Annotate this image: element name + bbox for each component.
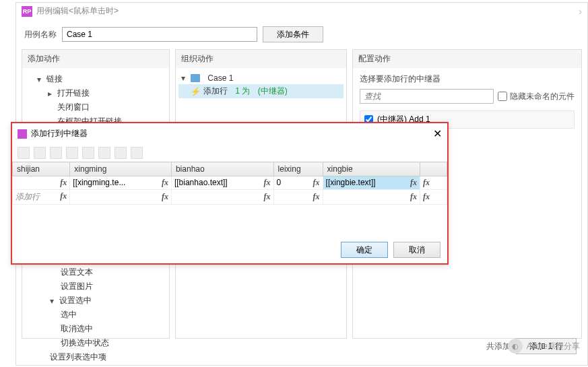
tool-8[interactable] [131, 147, 143, 159]
action-node-add-row[interactable]: ⚡ 添加行 1 为 (中继器) [178, 84, 344, 98]
col-xingming[interactable]: xingming [70, 162, 172, 176]
add-row-placeholder[interactable]: 添加行 fx fx fx fx fx fx [13, 190, 447, 205]
col-leixing[interactable]: leixing [273, 162, 323, 176]
tool-1[interactable] [18, 147, 30, 159]
organize-actions-body: ▾ Case 1 ⚡ 添加行 1 为 (中继器) [176, 68, 346, 102]
case-node[interactable]: ▾ Case 1 [178, 72, 344, 84]
dialog-title-bar: RP 用例编辑<鼠标单击时> › [16, 3, 587, 20]
grid-header-row: shijian xingming bianhao leixing xingbie [13, 162, 447, 176]
case-icon [191, 74, 200, 82]
footer-row: 共添加 添加 1 行 [16, 333, 582, 360]
col-bianhao[interactable]: bianhao [171, 162, 273, 176]
tree-node-set-image[interactable]: 设置图片 [38, 279, 172, 294]
fx-icon[interactable]: fx [162, 178, 168, 188]
data-grid[interactable]: shijian xingming bianhao leixing xingbie… [12, 162, 447, 205]
watermark-text: Axure原型分享 [527, 341, 580, 352]
tool-7[interactable] [115, 147, 127, 159]
chevron-right-icon[interactable]: › [579, 6, 582, 17]
add-row-dialog: 添加行到中继器 ✕ shijian xingming bianhao leixi… [11, 122, 449, 265]
fx-icon[interactable]: fx [410, 192, 417, 202]
app-icon [18, 129, 27, 139]
app-icon: RP [22, 6, 32, 17]
fx-icon[interactable]: fx [313, 178, 320, 188]
case-name-label: 用例名称 [24, 29, 57, 40]
tool-6[interactable] [98, 147, 110, 159]
fx-icon[interactable]: fx [264, 192, 271, 202]
close-icon[interactable]: ✕ [433, 127, 442, 140]
tree-node-open-link[interactable]: ▸打开链接 [25, 86, 166, 100]
fx-icon[interactable]: fx [60, 191, 67, 201]
sub-dialog-title-bar: 添加行到中继器 ✕ [12, 123, 447, 144]
wechat-icon: ◐ [508, 339, 523, 354]
tool-3[interactable] [50, 147, 62, 159]
search-repeater-input[interactable] [360, 89, 494, 104]
data-row-1[interactable]: fx [[xingming.te... fx [[bianhao.text]] … [13, 176, 447, 190]
tree-node-close-window[interactable]: 关闭窗口 [25, 100, 166, 114]
watermark: ◐ Axure原型分享 [508, 339, 580, 354]
fx-icon[interactable]: fx [410, 178, 417, 188]
fx-icon[interactable]: fx [162, 192, 168, 202]
fx-icon[interactable]: fx [423, 178, 430, 187]
sub-toolbar [12, 144, 447, 162]
add-actions-header: 添加动作 [22, 50, 169, 68]
dialog-title: 用例编辑<鼠标单击时> [36, 5, 119, 17]
fx-icon[interactable]: fx [60, 178, 67, 188]
tool-4[interactable] [66, 147, 78, 159]
config-subheader: 选择要添加行的中继器 [356, 72, 579, 88]
sub-dialog-buttons: 确定 取消 [341, 242, 440, 258]
tree-node-set-text[interactable]: 设置文本 [38, 265, 172, 279]
tree-node-links[interactable]: ▾链接 [25, 72, 166, 86]
col-shijian[interactable]: shijian [13, 162, 70, 176]
col-extra[interactable] [420, 162, 447, 176]
configure-actions-header: 配置动作 [353, 50, 581, 68]
fx-icon[interactable]: fx [313, 192, 320, 202]
tree-node-set-selected-group[interactable]: ▾设置选中 [38, 294, 172, 308]
col-xingbie[interactable]: xingbie [323, 162, 420, 176]
cancel-button[interactable]: 取消 [393, 242, 440, 258]
add-condition-button[interactable]: 添加条件 [263, 26, 323, 42]
fx-icon[interactable]: fx [423, 192, 430, 201]
sub-dialog-title: 添加行到中继器 [31, 128, 88, 139]
bolt-icon: ⚡ [191, 87, 201, 96]
tool-5[interactable] [82, 147, 94, 159]
hide-unnamed-label[interactable]: 隐藏未命名的元件 [498, 91, 575, 102]
case-name-input[interactable] [62, 27, 257, 42]
fx-icon[interactable]: fx [264, 178, 271, 188]
tree-node-selected[interactable]: 选中 [38, 308, 172, 322]
tool-2[interactable] [34, 147, 46, 159]
footer-text: 共添加 [486, 341, 511, 352]
ok-button[interactable]: 确定 [341, 242, 388, 258]
case-name-row: 用例名称 添加条件 [16, 20, 587, 49]
organize-actions-header: 组织动作 [176, 50, 346, 68]
hide-unnamed-checkbox[interactable] [498, 92, 507, 101]
